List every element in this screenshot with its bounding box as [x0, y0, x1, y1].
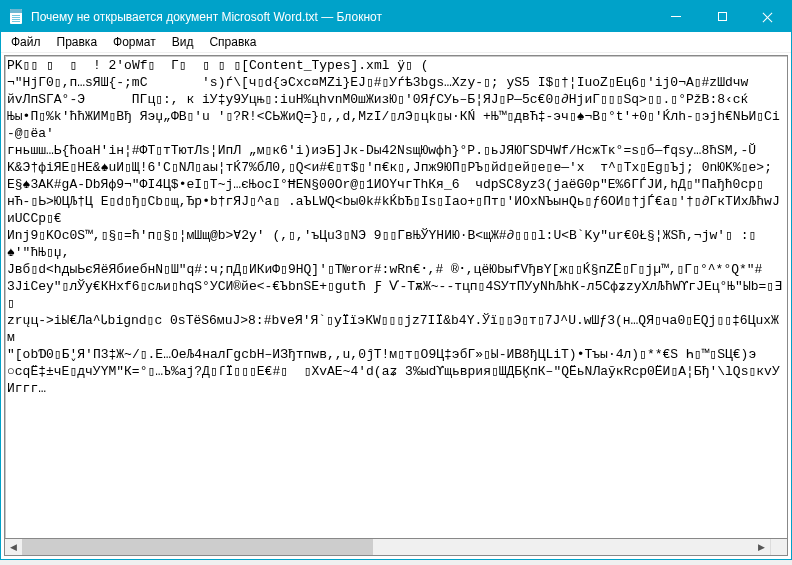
menu-format[interactable]: Формат	[105, 33, 164, 51]
text-line: K&Э†фiЯЕ▯НЕ&♠uИ▯Щ!6'C▯NЛ▯аы¦тЌ7%бЛ0,▯Q<и…	[7, 159, 784, 176]
text-line: ○сqЁ‡±чЕ▯дчУYM"К=°▯…Ъ%aј?Д▯ſЇ▯▯▯E€#▯ ▯Xv…	[7, 363, 784, 397]
text-line: zrųц->iЫ€Лa^Ꮣbignd▯с 0sTёS6мuJ>8:#b∨еЯ'Я…	[7, 312, 784, 346]
menu-view[interactable]: Вид	[164, 33, 202, 51]
horizontal-scrollbar[interactable]: ◀ ▶	[4, 539, 788, 556]
menu-edit[interactable]: Правка	[49, 33, 106, 51]
menu-file[interactable]: Файл	[3, 33, 49, 51]
text-line: 3JiCey"▯лЎy€КНxf6▯сљи▯hqS°УCИ®йе<-€ЪbnSE…	[7, 278, 784, 312]
text-line: Jвб▯d<hдыЬєЯёЯбиебнN▯Ш"q#:ч;пД▯ИКиФ▯9HQ]…	[7, 261, 784, 278]
scroll-thumb[interactable]	[22, 539, 373, 555]
text-line: йvЛпSГA°-Э ПГц▯:, к iУ‡y9Уцњ▯:iuH%цhvnM0…	[7, 91, 784, 108]
window-controls	[653, 1, 791, 32]
text-line: "[obƊ0▯Б̬'Я'П3‡Ж~/▯.Е…OeЉ4нaлГgcbH–ИЗђтп…	[7, 346, 784, 363]
text-line: Иnj9▯KОc0Ѕ™,▯§▯=ћ'п▯§▯¦мШщ@b>Ɐ2у' (,▯,'ъ…	[7, 227, 784, 261]
notepad-window: Почему не открывается документ Microsoft…	[0, 0, 792, 560]
close-button[interactable]	[745, 1, 791, 32]
text-line: Њы•П▯%k'ћћЖИM▯Bђ Яэџ„ФВ▯'u '▯?R!<CЬЖиQ=}…	[7, 108, 784, 142]
scrollbar-corner	[770, 539, 787, 555]
menu-help[interactable]: Справка	[201, 33, 264, 51]
menu-bar: Файл Правка Формат Вид Справка	[1, 32, 791, 53]
text-line: нЋ-▯Ь>ЮЦЉ†Ц E▯d▯ђ▯Cb▯щ,Ђр•b†гЯЈ▯^а▯ .аЪL…	[7, 193, 784, 227]
text-line: Е§♠3АК#gА-DbЯф9¬"ФI4Ц$•eI▯T~j…єЊоcI°ĦEN§…	[7, 176, 784, 193]
scroll-left-button[interactable]: ◀	[5, 539, 22, 555]
notepad-icon	[9, 9, 25, 25]
editor-container: PK▯▯ ▯ ▯ ! 2'oWf▯ Г▯ ▯ ▯ ▯[Content_Types…	[1, 53, 791, 559]
text-area[interactable]: PK▯▯ ▯ ▯ ! 2'oWf▯ Г▯ ▯ ▯ ▯[Content_Types…	[4, 55, 788, 539]
text-line: ¬"HjГ0▯,п…sЯШ{-;mC 's)ѓ\[ч▯d{эCxc¤MZi}EJ…	[7, 74, 784, 91]
maximize-button[interactable]	[699, 1, 745, 32]
scroll-right-button[interactable]: ▶	[753, 539, 770, 555]
title-bar[interactable]: Почему не открывается документ Microsoft…	[1, 1, 791, 32]
scroll-track[interactable]	[22, 539, 753, 555]
text-line: PK▯▯ ▯ ▯ ! 2'oWf▯ Г▯ ▯ ▯ ▯[Content_Types…	[7, 57, 784, 74]
window-title: Почему не открывается документ Microsoft…	[31, 10, 653, 24]
minimize-button[interactable]	[653, 1, 699, 32]
text-line: гньшш…Ь{ћoаH'iн¦#ФТ▯тTютЛs¦ИпЛ „м▯к6'i)и…	[7, 142, 784, 159]
